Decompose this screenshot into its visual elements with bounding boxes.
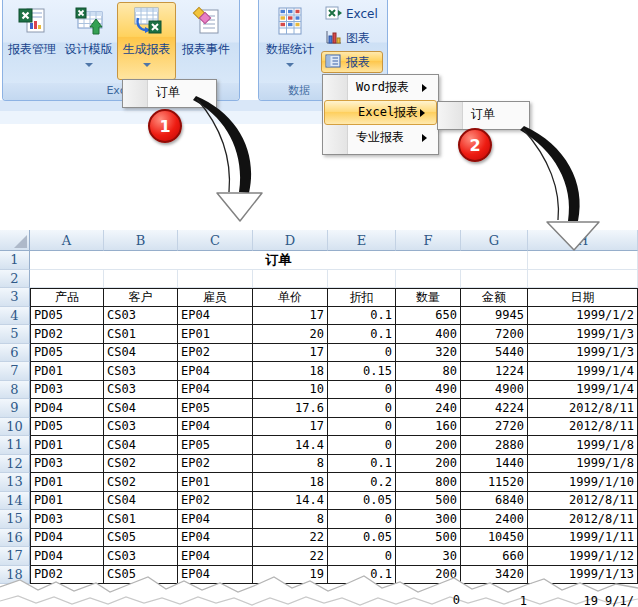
table-cell[interactable]: EP01 xyxy=(178,325,253,344)
table-header-cell[interactable]: 金额 xyxy=(461,288,528,307)
ribbon-button-excel-export[interactable]: Excel xyxy=(321,3,383,25)
ribbon-button-chart[interactable]: 图表 xyxy=(321,27,383,49)
table-cell[interactable]: PD05 xyxy=(30,344,104,363)
table-cell[interactable]: CS03 xyxy=(104,362,178,381)
table-cell[interactable]: 0.1 xyxy=(328,325,396,344)
table-cell[interactable] xyxy=(104,270,178,289)
table-cell[interactable]: 6840 xyxy=(461,492,528,511)
table-cell[interactable]: 18 xyxy=(253,362,328,381)
row-header-10[interactable]: 10 xyxy=(0,418,30,437)
table-cell[interactable]: PD04 xyxy=(30,399,104,418)
table-cell[interactable]: 500 xyxy=(396,492,461,511)
table-cell[interactable]: 17 xyxy=(253,307,328,326)
table-cell[interactable]: 0 xyxy=(328,344,396,363)
table-cell[interactable]: 320 xyxy=(396,344,461,363)
table-header-cell[interactable]: 折扣 xyxy=(328,288,396,307)
ribbon-button-report-events[interactable]: 报表事件 xyxy=(177,2,235,80)
table-cell[interactable]: EP04 xyxy=(178,510,253,529)
table-cell[interactable]: PD01 xyxy=(30,492,104,511)
row-header-16[interactable]: 16 xyxy=(0,529,30,548)
table-cell[interactable]: 1999/1/10 xyxy=(528,473,638,492)
row-header-15[interactable]: 15 xyxy=(0,510,30,529)
table-cell[interactable]: CS02 xyxy=(104,473,178,492)
table-cell[interactable]: 4224 xyxy=(461,399,528,418)
table-cell[interactable]: CS01 xyxy=(104,325,178,344)
table-cell[interactable]: 0 xyxy=(328,510,396,529)
sheet-title-cell[interactable]: 订单 xyxy=(30,251,528,270)
table-cell[interactable]: 490 xyxy=(396,381,461,400)
table-cell[interactable]: 9945 xyxy=(461,307,528,326)
table-cell[interactable]: CS02 xyxy=(104,455,178,474)
table-cell[interactable]: 1999/1/12 xyxy=(528,547,638,566)
table-cell[interactable]: 22 xyxy=(253,547,328,566)
table-cell[interactable]: 17 xyxy=(253,418,328,437)
table-cell[interactable] xyxy=(528,270,638,289)
row-header-14[interactable]: 14 xyxy=(0,492,30,511)
table-header-cell[interactable]: 产品 xyxy=(30,288,104,307)
table-cell[interactable] xyxy=(461,270,528,289)
row-header-6[interactable]: 6 xyxy=(0,344,30,363)
table-cell[interactable]: CS04 xyxy=(104,436,178,455)
column-header-B[interactable]: B xyxy=(104,230,178,251)
table-cell[interactable]: CS03 xyxy=(104,307,178,326)
table-cell[interactable]: CS03 xyxy=(104,418,178,437)
table-cell[interactable]: 0 xyxy=(328,547,396,566)
table-cell[interactable]: 1999/1/2 xyxy=(528,307,638,326)
table-cell[interactable]: 2720 xyxy=(461,418,528,437)
row-header-9[interactable]: 9 xyxy=(0,399,30,418)
table-cell[interactable]: PD01 xyxy=(30,436,104,455)
table-cell[interactable]: PD02 xyxy=(30,325,104,344)
column-header-E[interactable]: E xyxy=(328,230,396,251)
table-cell[interactable]: 2012/8/11 xyxy=(528,399,638,418)
table-cell[interactable] xyxy=(30,270,104,289)
table-header-cell[interactable]: 雇员 xyxy=(178,288,253,307)
column-header-F[interactable]: F xyxy=(396,230,461,251)
table-cell[interactable]: 14.4 xyxy=(253,492,328,511)
row-header-11[interactable]: 11 xyxy=(0,436,30,455)
table-cell[interactable]: CS03 xyxy=(104,381,178,400)
table-cell[interactable]: CS04 xyxy=(104,492,178,511)
table-cell[interactable]: 2012/8/11 xyxy=(528,510,638,529)
row-header-8[interactable]: 8 xyxy=(0,381,30,400)
table-cell[interactable]: CS05 xyxy=(104,566,178,585)
row-header-7[interactable]: 7 xyxy=(0,362,30,381)
table-cell[interactable]: 800 xyxy=(396,473,461,492)
table-cell[interactable]: EP02 xyxy=(178,492,253,511)
table-cell[interactable]: EP04 xyxy=(178,381,253,400)
table-cell[interactable]: PD04 xyxy=(30,547,104,566)
table-header-cell[interactable]: 数量 xyxy=(396,288,461,307)
table-cell[interactable]: EP04 xyxy=(178,566,253,585)
table-cell[interactable]: 0 xyxy=(328,436,396,455)
ribbon-button-data-stats[interactable]: 数据统计 xyxy=(260,2,320,80)
table-header-cell[interactable]: 日期 xyxy=(528,288,638,307)
table-cell[interactable]: 0.1 xyxy=(328,455,396,474)
table-cell[interactable]: 1999/1/3 xyxy=(528,344,638,363)
table-cell[interactable]: PD05 xyxy=(30,418,104,437)
table-cell[interactable]: EP04 xyxy=(178,418,253,437)
column-header-G[interactable]: G xyxy=(461,230,528,251)
table-cell[interactable]: PD03 xyxy=(30,381,104,400)
table-cell[interactable]: 10450 xyxy=(461,529,528,548)
table-cell[interactable]: PD05 xyxy=(30,307,104,326)
table-cell[interactable]: 200 xyxy=(396,455,461,474)
row-header-12[interactable]: 12 xyxy=(0,455,30,474)
row-header-13[interactable]: 13 xyxy=(0,473,30,492)
row-header-1[interactable]: 1 xyxy=(0,251,30,270)
table-cell[interactable]: 4900 xyxy=(461,381,528,400)
table-cell[interactable]: 22 xyxy=(253,529,328,548)
row-header-2[interactable]: 2 xyxy=(0,270,30,289)
table-cell[interactable]: PD03 xyxy=(30,510,104,529)
table-cell[interactable]: 1999/1/4 xyxy=(528,362,638,381)
menu-item-order[interactable]: 订单 xyxy=(123,80,216,105)
table-cell[interactable]: 1999/1/3 xyxy=(528,325,638,344)
table-cell[interactable]: EP05 xyxy=(178,436,253,455)
table-cell[interactable]: 0.1 xyxy=(328,566,396,585)
table-cell[interactable]: 300 xyxy=(396,510,461,529)
column-header-D[interactable]: D xyxy=(253,230,328,251)
table-cell[interactable]: 0 xyxy=(328,399,396,418)
table-cell[interactable]: 0 xyxy=(328,381,396,400)
menu-item-pro-report[interactable]: 专业报表 xyxy=(323,125,438,150)
table-cell[interactable]: EP02 xyxy=(178,344,253,363)
ribbon-button-generate-report[interactable]: 生成报表 xyxy=(117,2,176,80)
ribbon-button-report-manage[interactable]: 报表管理 xyxy=(4,2,60,80)
